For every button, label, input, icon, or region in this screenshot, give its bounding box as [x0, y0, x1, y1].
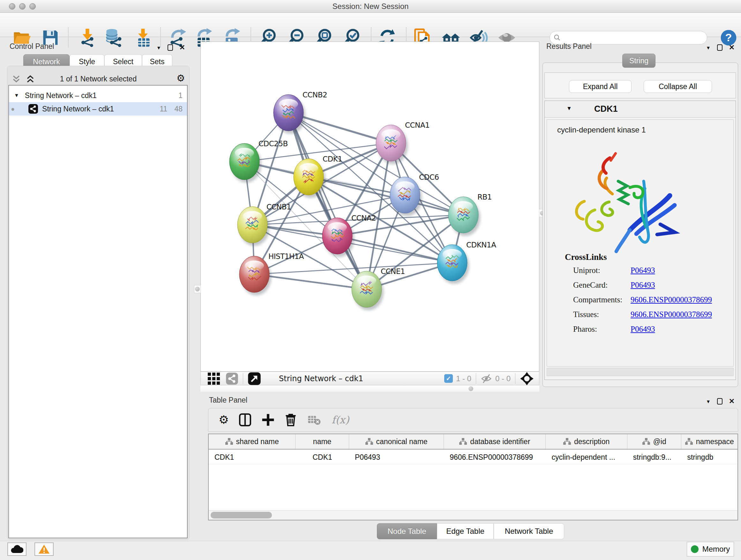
network-view-toolbar: String Network – cdk1 ✓ 1 - 0 0 - 0 — [200, 372, 539, 385]
tab-string[interactable]: String — [622, 54, 656, 68]
network-node-CCNE1[interactable]: CCNE1 — [352, 267, 405, 310]
column-header[interactable]: database identifier — [444, 434, 546, 449]
network-edge-CCNA2-CDKN1A[interactable] — [337, 236, 452, 263]
column-header[interactable]: description — [546, 434, 627, 449]
collapse-all-button[interactable]: Collapse All — [644, 80, 712, 93]
edge-count: 48 — [174, 105, 183, 113]
cloud-button[interactable] — [7, 543, 26, 556]
table-row[interactable]: CDK1 CDK1 P06493 9606.ENSP00000378699 cy… — [209, 450, 738, 464]
node-table: shared name name canonical name database… — [208, 434, 738, 520]
panel-menu-icon[interactable]: ▼ — [706, 45, 711, 51]
tab-network-table[interactable]: Network Table — [494, 523, 564, 539]
crosslink-value-link[interactable]: P06493 — [630, 325, 655, 334]
results-panel-controls: ▼ ✕ — [706, 44, 735, 52]
left-splitter-handle[interactable] — [194, 285, 201, 293]
results-buttons-card: Expand All Collapse All — [544, 72, 736, 98]
panel-menu-icon[interactable]: ▼ — [706, 399, 711, 404]
warning-button[interactable] — [35, 543, 54, 556]
pan-crosshair-icon[interactable] — [520, 372, 534, 386]
selected-counts: 1 - 0 — [456, 374, 471, 383]
panel-float-icon[interactable] — [717, 44, 723, 51]
selected-checkbox-icon[interactable]: ✓ — [444, 374, 453, 383]
tab-node-table[interactable]: Node Table — [377, 523, 437, 539]
status-bar: Memory — [0, 541, 741, 560]
network-row-selected[interactable]: ● String Network – cdk1 11 48 — [9, 102, 187, 116]
import-network-database-icon[interactable] — [104, 28, 123, 47]
panel-close-icon[interactable]: ✕ — [729, 44, 735, 52]
network-canvas[interactable]: CCNB2CCNA1CDC25BCDK1CDC6RB1CCNB1CCNA2CDK… — [200, 42, 539, 372]
network-tree: ▼ String Network – cdk1 1 ● String Netwo… — [8, 85, 188, 538]
column-tree-icon — [459, 438, 467, 445]
column-tree-icon — [563, 438, 571, 445]
network-node-RB1[interactable]: RB1 — [448, 193, 492, 236]
section-expand-icon[interactable]: ▼ — [566, 105, 572, 112]
toolbar-separator — [243, 373, 243, 384]
node-label-CCNB1: CCNB1 — [266, 203, 291, 211]
collection-label: String Network – cdk1 — [25, 91, 97, 100]
node-count: 11 — [160, 105, 167, 113]
crosslink-label: GeneCard: — [573, 281, 608, 290]
memory-button[interactable]: Memory — [687, 542, 734, 557]
expand-all-button[interactable]: Expand All — [569, 80, 631, 93]
node-label-CCNE1: CCNE1 — [381, 267, 405, 275]
crosslink-value-link[interactable]: P06493 — [630, 266, 655, 275]
add-column-icon[interactable] — [261, 413, 275, 427]
column-header[interactable]: namespace — [681, 434, 738, 449]
birdseye-view-icon[interactable] — [248, 372, 261, 385]
import-table-file-icon[interactable] — [133, 28, 152, 47]
crosslink-value-link[interactable]: 9606.ENSP00000378699 — [630, 295, 712, 304]
network-status-dot-icon: ● — [11, 105, 15, 113]
tab-edge-table[interactable]: Edge Table — [437, 523, 494, 539]
memory-label: Memory — [702, 545, 730, 554]
delete-table-icon-disabled[interactable] — [307, 414, 321, 426]
column-tree-icon — [225, 438, 233, 445]
column-tree-icon — [643, 438, 650, 445]
delete-column-icon[interactable] — [284, 413, 297, 427]
horizontal-splitter[interactable] — [200, 385, 539, 392]
table-options-gear-icon[interactable]: ⚙ — [219, 414, 229, 426]
crosslink-value-link[interactable]: P06493 — [630, 281, 655, 290]
collection-expand-icon[interactable]: ▼ — [14, 92, 19, 98]
share-view-icon[interactable] — [226, 372, 239, 385]
network-node-CCNB2[interactable]: CCNB2 — [273, 91, 327, 134]
panel-close-icon[interactable]: ✕ — [179, 44, 185, 52]
network-label: String Network – cdk1 — [42, 105, 114, 113]
network-node-CDKN1A[interactable]: CDKN1A — [437, 241, 496, 284]
results-scrollbar[interactable] — [547, 368, 734, 376]
panel-float-icon[interactable] — [167, 44, 173, 51]
column-header[interactable]: canonical name — [349, 434, 444, 449]
crosslink-value-link[interactable]: 9606.ENSP00000378699 — [630, 310, 712, 319]
node-label-CDC6: CDC6 — [419, 173, 439, 181]
network-graph: CCNB2CCNA1CDC25BCDK1CDC6RB1CCNB1CCNA2CDK… — [201, 42, 539, 371]
panel-menu-icon[interactable]: ▼ — [156, 45, 161, 51]
function-builder-icon-disabled[interactable]: f(x) — [332, 414, 349, 426]
gene-section-header[interactable]: ▼ CDK1 — [545, 101, 736, 118]
table-hscrollbar[interactable] — [209, 510, 738, 520]
search-input[interactable] — [561, 34, 707, 42]
table-hscrollbar-thumb[interactable] — [211, 512, 272, 518]
hidden-eye-slash-icon — [481, 374, 492, 383]
bottom-splitter-handle[interactable] — [468, 386, 473, 391]
import-network-file-icon[interactable] — [77, 28, 96, 47]
show-columns-icon[interactable] — [239, 413, 252, 427]
control-panel-title: Control Panel — [10, 42, 54, 51]
column-header[interactable]: name — [295, 434, 349, 449]
table-tabs: Node Table Edge Table Network Table — [377, 523, 564, 539]
network-view-title: String Network – cdk1 — [279, 374, 363, 383]
table-header-row: shared name name canonical name database… — [209, 434, 738, 449]
network-node-CDC6[interactable]: CDC6 — [390, 173, 439, 216]
panel-close-icon[interactable]: ✕ — [729, 397, 735, 406]
crosslink-label: Uniprot: — [573, 266, 600, 275]
network-edge-CCNB2-CCNE1[interactable] — [288, 113, 367, 289]
grid-view-icon[interactable] — [208, 373, 220, 385]
network-options-gear-icon[interactable]: ⚙ — [177, 73, 185, 83]
network-collection-row[interactable]: ▼ String Network – cdk1 1 — [9, 89, 187, 102]
node-label-CDC25B: CDC25B — [259, 139, 288, 148]
column-header[interactable]: @id — [627, 434, 682, 449]
panel-float-icon[interactable] — [717, 398, 723, 405]
cytoscape-window: Session: New Session — [0, 0, 741, 560]
network-node-CCNA1[interactable]: CCNA1 — [376, 121, 429, 164]
column-header[interactable]: shared name — [209, 434, 295, 449]
node-label-CDKN1A: CDKN1A — [466, 241, 496, 249]
network-node-HIST1H1A[interactable]: HIST1H1A — [239, 252, 304, 295]
